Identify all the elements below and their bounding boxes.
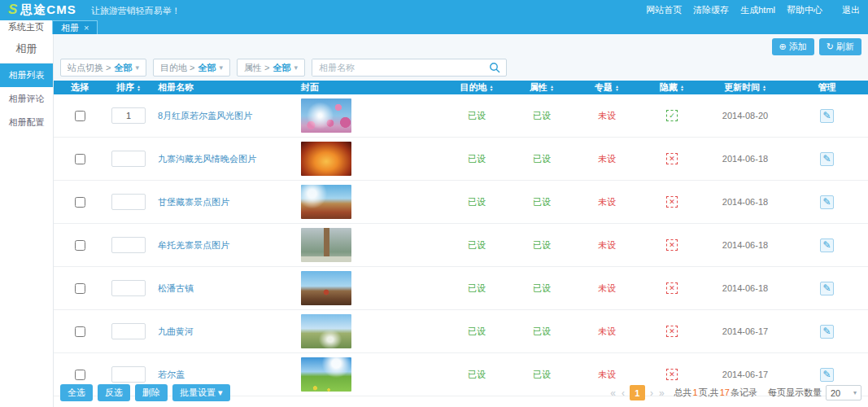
edit-icon[interactable]: ✎ xyxy=(820,325,834,339)
nav-site-home[interactable]: 网站首页 xyxy=(646,4,682,16)
delete-button[interactable]: 删除 xyxy=(135,384,168,401)
sort-icon[interactable]: ▲▼ xyxy=(490,85,494,91)
album-name-link[interactable]: 松潘古镇 xyxy=(158,282,194,295)
sort-order-input[interactable] xyxy=(111,280,146,296)
sort-order-input[interactable] xyxy=(111,237,146,253)
first-page-button[interactable]: « xyxy=(609,387,617,399)
hidden-toggle-cross-icon[interactable]: ✕ xyxy=(666,326,678,337)
invert-selection-button[interactable]: 反选 xyxy=(98,384,130,401)
row-checkbox[interactable] xyxy=(75,197,85,208)
cover-image[interactable] xyxy=(301,98,351,133)
album-name-link[interactable]: 8月红原若尔盖风光图片 xyxy=(158,110,252,122)
album-name-link[interactable]: 九曲黄河 xyxy=(158,326,194,338)
sort-order-input[interactable] xyxy=(111,323,146,339)
search-icon[interactable] xyxy=(483,59,506,76)
edit-icon[interactable]: ✎ xyxy=(820,368,834,382)
hidden-toggle-cross-icon[interactable]: ✕ xyxy=(666,196,678,208)
page-number-button[interactable]: 1 xyxy=(630,385,645,400)
destination-status[interactable]: 已设 xyxy=(468,196,486,208)
per-page-select[interactable]: 20 ▾ xyxy=(826,385,861,400)
attribute-status[interactable]: 已设 xyxy=(533,282,551,295)
nav-logout[interactable]: 退出 xyxy=(842,4,860,16)
col-header-hidden[interactable]: 隐藏▲▼ xyxy=(639,81,704,94)
nav-generate-html[interactable]: 生成html xyxy=(740,4,775,16)
cover-image[interactable] xyxy=(301,142,351,176)
attribute-status[interactable]: 已设 xyxy=(533,369,551,381)
tab-album[interactable]: 相册 × xyxy=(52,20,98,34)
topic-status[interactable]: 未设 xyxy=(598,196,616,208)
row-checkbox[interactable] xyxy=(75,111,85,121)
edit-icon[interactable]: ✎ xyxy=(820,282,834,295)
edit-icon[interactable]: ✎ xyxy=(820,195,834,209)
sidebar-item-album-list[interactable]: 相册列表 xyxy=(0,63,53,87)
hidden-toggle-cross-icon[interactable]: ✕ xyxy=(666,153,678,164)
attribute-status[interactable]: 已设 xyxy=(533,239,551,252)
topic-status[interactable]: 未设 xyxy=(598,239,616,252)
sort-icon[interactable]: ▲▼ xyxy=(550,85,554,91)
refresh-button[interactable]: ↻ 刷新 xyxy=(819,38,861,55)
add-button[interactable]: ⊕ 添加 xyxy=(772,38,814,55)
attribute-status[interactable]: 已设 xyxy=(533,153,551,165)
batch-settings-button[interactable]: 批量设置 ▾ xyxy=(172,384,230,401)
hidden-toggle-cross-icon[interactable]: ✕ xyxy=(666,239,678,251)
prev-page-button[interactable]: ‹ xyxy=(621,387,626,399)
row-checkbox[interactable] xyxy=(75,370,85,380)
edit-icon[interactable]: ✎ xyxy=(820,152,834,166)
attribute-status[interactable]: 已设 xyxy=(533,110,551,122)
attribute-status[interactable]: 已设 xyxy=(533,196,551,208)
attribute-status[interactable]: 已设 xyxy=(533,326,551,338)
sort-order-input[interactable] xyxy=(111,151,146,167)
row-checkbox[interactable] xyxy=(75,154,85,164)
site-filter-dropdown[interactable]: 站点切换 > 全部 ▾ xyxy=(60,59,146,77)
album-name-link[interactable]: 牟托羌寨景点图片 xyxy=(158,239,229,252)
row-checkbox[interactable] xyxy=(75,240,85,251)
album-name-link[interactable]: 甘堡藏寨景点图片 xyxy=(158,196,229,208)
topic-status[interactable]: 未设 xyxy=(598,369,616,381)
col-header-attribute[interactable]: 属性▲▼ xyxy=(509,81,574,94)
topic-status[interactable]: 未设 xyxy=(598,282,616,295)
attribute-filter-dropdown[interactable]: 属性 > 全部 ▾ xyxy=(237,59,305,77)
album-name-link[interactable]: 若尔盖 xyxy=(158,369,185,381)
hidden-toggle-cross-icon[interactable]: ✕ xyxy=(666,282,678,294)
search-input[interactable] xyxy=(312,59,483,76)
cover-image[interactable] xyxy=(301,185,351,219)
sort-icon[interactable]: ▲▼ xyxy=(137,85,141,91)
col-header-updated[interactable]: 更新时间▲▼ xyxy=(704,81,786,94)
topic-status[interactable]: 未设 xyxy=(598,153,616,165)
destination-status[interactable]: 已设 xyxy=(468,282,486,295)
destination-status[interactable]: 已设 xyxy=(468,110,486,122)
nav-help-center[interactable]: 帮助中心 xyxy=(787,4,822,16)
sidebar-item-album-config[interactable]: 相册配置 xyxy=(0,111,53,134)
col-header-order[interactable]: 排序▲▼ xyxy=(106,81,151,94)
topic-status[interactable]: 未设 xyxy=(598,110,616,122)
cover-image[interactable] xyxy=(301,271,351,305)
last-page-button[interactable]: » xyxy=(658,387,665,399)
destination-status[interactable]: 已设 xyxy=(468,326,486,338)
sort-order-input[interactable] xyxy=(111,107,146,124)
hidden-toggle-check-icon[interactable]: ✓ xyxy=(666,110,678,121)
select-all-button[interactable]: 全选 xyxy=(60,384,93,401)
destination-status[interactable]: 已设 xyxy=(468,239,486,252)
tab-close-icon[interactable]: × xyxy=(84,24,89,33)
col-header-destination[interactable]: 目的地▲▼ xyxy=(444,81,509,94)
destination-status[interactable]: 已设 xyxy=(468,153,486,165)
nav-clear-cache[interactable]: 清除缓存 xyxy=(693,4,729,16)
destination-filter-dropdown[interactable]: 目的地 > 全部 ▾ xyxy=(153,59,230,77)
sort-icon[interactable]: ▲▼ xyxy=(615,85,619,91)
edit-icon[interactable]: ✎ xyxy=(820,239,834,252)
sort-order-input[interactable] xyxy=(111,194,146,210)
destination-status[interactable]: 已设 xyxy=(468,369,486,381)
sort-icon[interactable]: ▲▼ xyxy=(680,85,684,91)
edit-icon[interactable]: ✎ xyxy=(820,109,834,123)
album-name-link[interactable]: 九寨沟藏羌风情晚会图片 xyxy=(158,153,256,165)
topic-status[interactable]: 未设 xyxy=(598,326,616,338)
row-checkbox[interactable] xyxy=(75,326,85,337)
sidebar-item-album-comments[interactable]: 相册评论 xyxy=(0,87,53,111)
cover-image[interactable] xyxy=(301,228,351,262)
tab-system-home[interactable]: 系统主页 xyxy=(0,20,52,34)
cover-image[interactable] xyxy=(301,314,351,348)
hidden-toggle-cross-icon[interactable]: ✕ xyxy=(666,369,678,380)
next-page-button[interactable]: › xyxy=(649,387,654,399)
col-header-topic[interactable]: 专题▲▼ xyxy=(574,81,639,94)
row-checkbox[interactable] xyxy=(75,283,85,294)
